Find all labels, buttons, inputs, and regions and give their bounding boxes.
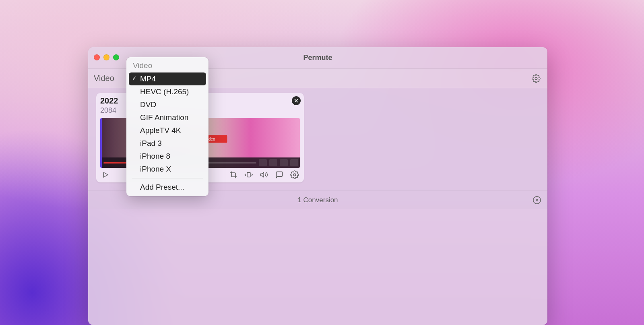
window-title: Permute xyxy=(303,54,332,62)
dropdown-item-dvd[interactable]: DVD xyxy=(129,98,206,111)
svg-marker-1 xyxy=(104,172,108,177)
subtitle-button[interactable] xyxy=(275,170,284,179)
dropdown-section-header: Video xyxy=(129,60,206,72)
dropdown-item-label: iPhone X xyxy=(140,165,171,173)
rotate-button[interactable] xyxy=(244,170,253,179)
dropdown-add-preset[interactable]: Add Preset... xyxy=(129,181,206,194)
card-settings-button[interactable] xyxy=(290,170,299,179)
svg-point-0 xyxy=(535,77,537,80)
status-text: 1 Conversion xyxy=(297,196,338,204)
dropdown-item-iphonex[interactable]: iPhone X xyxy=(129,163,206,176)
svg-marker-3 xyxy=(261,172,264,177)
dropdown-item-hevc[interactable]: HEVC (H.265) xyxy=(129,85,206,98)
format-dropdown: Video ✓ MP4 HEVC (H.265) DVD GIF Animati… xyxy=(126,57,208,196)
speaker-icon xyxy=(260,171,268,179)
thumb-control xyxy=(269,159,277,166)
check-icon: ✓ xyxy=(132,75,137,81)
dropdown-item-label: HEVC (H.265) xyxy=(140,87,189,96)
dropdown-item-label: DVD xyxy=(140,100,156,109)
svg-rect-2 xyxy=(247,173,250,177)
dropdown-item-label: iPhone 8 xyxy=(140,152,170,160)
gear-icon xyxy=(290,170,299,179)
card-remove-button[interactable] xyxy=(292,96,301,105)
svg-point-4 xyxy=(293,174,296,176)
play-icon xyxy=(102,171,109,178)
settings-button[interactable] xyxy=(530,73,542,84)
dropdown-item-ipad3[interactable]: iPad 3 xyxy=(129,137,206,150)
close-circle-icon xyxy=(533,196,541,205)
dropdown-item-label: AppleTV 4K xyxy=(140,126,181,135)
play-button[interactable] xyxy=(101,170,110,179)
window-fullscreen-button[interactable] xyxy=(113,54,119,60)
subtitle-icon xyxy=(275,171,284,179)
dropdown-item-label: MP4 xyxy=(140,75,156,83)
audio-button[interactable] xyxy=(260,170,268,179)
dropdown-item-appletv[interactable]: AppleTV 4K xyxy=(129,124,206,137)
crop-button[interactable] xyxy=(229,170,238,179)
gear-icon xyxy=(532,74,541,83)
thumb-control xyxy=(280,159,288,166)
thumb-control xyxy=(259,159,267,166)
dropdown-separator xyxy=(132,178,203,178)
dropdown-item-iphone8[interactable]: iPhone 8 xyxy=(129,150,206,163)
window-minimize-button[interactable] xyxy=(103,54,109,60)
dropdown-item-label: GIF Animation xyxy=(140,113,188,122)
close-icon xyxy=(294,99,298,103)
clear-queue-button[interactable] xyxy=(532,195,542,205)
crop-icon xyxy=(229,171,237,179)
dropdown-item-label: iPad 3 xyxy=(140,139,162,147)
traffic-lights xyxy=(94,54,119,60)
category-selector-label[interactable]: Video xyxy=(94,74,114,83)
window-close-button[interactable] xyxy=(94,54,100,60)
dropdown-item-mp4[interactable]: ✓ MP4 xyxy=(129,72,206,85)
rotate-icon xyxy=(244,171,253,179)
thumb-control xyxy=(290,159,298,166)
dropdown-item-label: Add Preset... xyxy=(140,183,184,191)
dropdown-item-gif[interactable]: GIF Animation xyxy=(129,111,206,124)
